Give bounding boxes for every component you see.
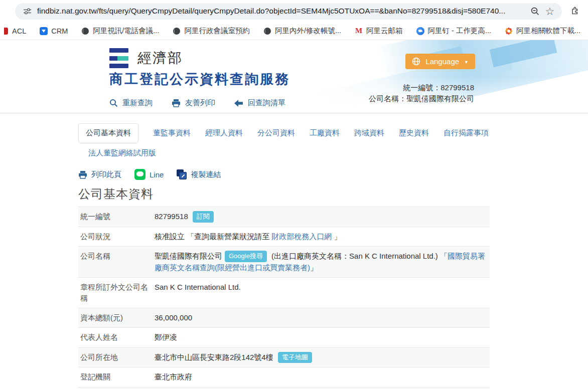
bookmark-ali-mail[interactable]: 阿里云邮箱 xyxy=(355,26,403,36)
site-header: 經濟部 商工登記公示資料查詢服務 重新查詢 友善列印 xyxy=(0,40,588,113)
globe-icon xyxy=(173,27,181,35)
subscribe-badge[interactable]: 訂閱 xyxy=(193,211,214,223)
tab-managers[interactable]: 經理人資料 xyxy=(205,123,243,138)
tab-branches[interactable]: 分公司資料 xyxy=(257,123,295,138)
url-omnibox[interactable]: findbiz.nat.gov.tw/fts/query/QueryCmpyDe… xyxy=(15,3,562,20)
bookmark-ali-software[interactable]: 阿里相關軟體下載... xyxy=(505,26,580,36)
table-row-company-name: 公司名稱 聖凱僖國際有限公司Google搜尋 (出進口廠商英文名稱：San K … xyxy=(78,247,490,278)
section-title: 公司基本資料 xyxy=(78,186,490,202)
tab-cross-domain[interactable]: 跨域資料 xyxy=(354,123,384,138)
table-row-address: 公司所在地 臺北市中山區長安東路2段142號4樓 電子地圖 xyxy=(78,348,490,368)
site-settings-tune-icon[interactable] xyxy=(22,6,32,16)
requery-link[interactable]: 重新查詢 xyxy=(109,98,153,108)
acl-icon xyxy=(4,27,9,35)
dingtalk-icon xyxy=(416,27,424,35)
site-title: 商工登記公示資料查詢服務 xyxy=(109,70,588,88)
table-row-foreign-name: 章程所訂外文公司名稱 San K C International Ltd. xyxy=(78,278,490,308)
moea-logo xyxy=(109,48,128,68)
print-page-link[interactable]: 列印此頁 xyxy=(78,170,121,179)
table-row-registry-authority: 登記機關 臺北市政府 xyxy=(78,367,490,387)
line-share-link[interactable]: Line xyxy=(134,169,164,180)
browser-address-bar: findbiz.nat.gov.tw/fts/query/QueryCmpyDe… xyxy=(0,0,588,22)
bookmark-ali-account[interactable]: 阿里內外/修改帳號... xyxy=(263,26,341,36)
e-map-badge[interactable]: 電子地圖 xyxy=(278,352,312,363)
bookmark-star-icon[interactable] xyxy=(545,6,555,16)
company-name-value: 聖凱僖國際有限公司 xyxy=(155,252,222,260)
tax-portal-link[interactable]: 財政部稅務入口網 xyxy=(271,232,332,241)
line-icon xyxy=(134,169,145,180)
tab-self-disclosure[interactable]: 自行揭露事項 xyxy=(444,123,489,138)
globe-icon xyxy=(263,27,271,35)
uid-value: 82799518 xyxy=(155,212,188,221)
pinwheel-icon xyxy=(505,27,513,35)
tab-company-basic[interactable]: 公司基本資料 xyxy=(78,123,138,143)
bookmark-acl[interactable]: ACL xyxy=(5,27,26,35)
printer-icon xyxy=(78,170,87,179)
google-search-badge[interactable]: Google搜尋 xyxy=(225,251,267,262)
table-row-establish-date: 核准設立日期 108年01月21日 xyxy=(78,387,490,389)
table-row-capital: 資本總額(元) 36,000,000 xyxy=(78,308,490,328)
print-friendly-link[interactable]: 友善列印 xyxy=(172,98,215,108)
globe-icon xyxy=(412,57,420,66)
mail-m-icon xyxy=(355,27,363,35)
tab-factories[interactable]: 工廠資料 xyxy=(310,123,340,138)
copy-link-button[interactable]: 複製連結 xyxy=(177,169,221,179)
company-basic-table: 統一編號 82799518 訂閱 公司狀況 核准設立 「查詢最新營業狀況請至 財… xyxy=(78,207,490,389)
printer-icon xyxy=(172,99,181,107)
arrow-left-icon xyxy=(234,100,243,107)
crm-icon xyxy=(40,27,48,35)
bookmark-crm[interactable]: CRM xyxy=(40,27,68,35)
page-actions: 列印此頁 Line 複製連結 xyxy=(78,169,490,180)
uid-line: 統一編號：82799518 xyxy=(369,82,474,93)
table-row-uid: 統一編號 82799518 訂閱 xyxy=(78,207,490,227)
back-to-list-link[interactable]: 回查詢清單 xyxy=(234,98,285,108)
tab-legal-person-network[interactable]: 法人董監網絡試用版 xyxy=(88,148,156,157)
extension-icon[interactable] xyxy=(570,6,580,16)
table-row-representative: 代表人姓名 鄭伊凌 xyxy=(78,328,490,348)
ministry-name: 經濟部 xyxy=(137,49,183,68)
url-text[interactable]: findbiz.nat.gov.tw/fts/query/QueryCmpyDe… xyxy=(37,7,525,16)
bookmark-ali-video[interactable]: 阿里視訊/電話會議... xyxy=(81,26,159,36)
detail-tabs: 公司基本資料 董監事資料 經理人資料 分公司資料 工廠資料 跨域資料 歷史資料 … xyxy=(78,123,490,143)
table-row-status: 公司狀況 核准設立 「查詢最新營業狀況請至 財政部稅務入口網 」 xyxy=(78,227,490,247)
company-name-line: 公司名稱：聖凱僖國際有限公司 xyxy=(369,93,474,104)
copy-link-icon xyxy=(177,169,187,179)
language-button[interactable]: Language xyxy=(405,54,475,69)
header-company-info: 統一編號：82799518 公司名稱：聖凱僖國際有限公司 xyxy=(369,82,474,104)
zoom-icon[interactable] xyxy=(530,6,540,16)
tab-directors[interactable]: 董監事資料 xyxy=(153,123,191,138)
bookmarks-bar: ACL CRM 阿里視訊/電話會議... 阿里行政會議室預約 阿里內外/修改帳號… xyxy=(0,22,588,40)
search-icon xyxy=(109,99,118,107)
tab-history[interactable]: 歷史資料 xyxy=(399,123,429,138)
bookmark-ali-meeting-room[interactable]: 阿里行政會議室預約 xyxy=(173,26,250,36)
header-toolbar: 重新查詢 友善列印 回查詢清單 xyxy=(109,98,588,108)
bookmark-dingtalk[interactable]: 阿里钉 - 工作更高... xyxy=(416,26,491,36)
chevron-down-icon xyxy=(464,59,469,65)
globe-icon xyxy=(81,27,89,35)
address-value: 臺北市中山區長安東路2段142號4樓 xyxy=(155,353,273,361)
